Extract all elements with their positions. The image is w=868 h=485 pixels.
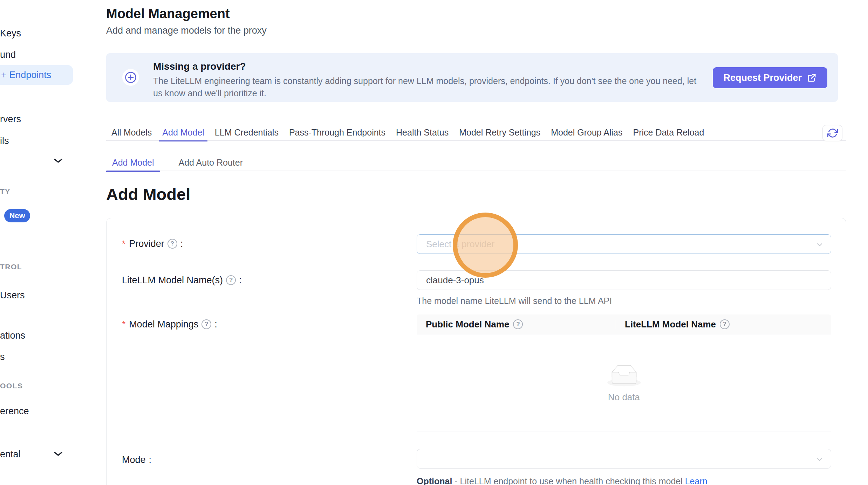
sidebar-item-label: + Endpoints bbox=[1, 70, 51, 81]
model-name-label-row: LiteLLM Model Name(s) ? : bbox=[122, 274, 242, 286]
sidebar-item-s[interactable]: s bbox=[0, 351, 5, 363]
sidebar-item-ations[interactable]: ations bbox=[0, 329, 25, 342]
model-name-input[interactable]: claude-3-opus bbox=[417, 270, 831, 290]
page-subtitle: Add and manage models for the proxy bbox=[106, 25, 267, 36]
label-colon: : bbox=[149, 455, 152, 465]
add-model-subtabs: Add Model Add Auto Router bbox=[106, 157, 249, 171]
missing-provider-banner: Missing a provider? The LiteLLM engineer… bbox=[106, 53, 838, 102]
provider-select[interactable]: Select a provider bbox=[417, 234, 831, 254]
help-icon[interactable]: ? bbox=[168, 239, 177, 249]
sidebar-section-ty: TY bbox=[0, 187, 11, 196]
provider-label: Provider bbox=[129, 238, 164, 249]
chevron-down-icon[interactable] bbox=[53, 158, 63, 164]
subtab-add-auto-router[interactable]: Add Auto Router bbox=[173, 157, 249, 171]
help-icon[interactable]: ? bbox=[201, 319, 211, 329]
banner-title: Missing a provider? bbox=[153, 61, 246, 72]
subtabs-divider bbox=[106, 171, 846, 171]
chevron-down-icon bbox=[815, 455, 824, 464]
no-data-text: No data bbox=[608, 392, 640, 403]
mode-helper-text: - LiteLLM endpoint to use when health ch… bbox=[452, 476, 685, 485]
request-provider-button[interactable]: Request Provider bbox=[713, 67, 827, 88]
required-marker: * bbox=[122, 319, 125, 330]
table-empty-state: No data bbox=[417, 334, 831, 431]
chevron-down-icon bbox=[815, 241, 824, 249]
request-provider-label: Request Provider bbox=[723, 72, 802, 83]
model-mappings-label-row: * Model Mappings ? : bbox=[122, 318, 217, 331]
tab-model-retry-settings[interactable]: Model Retry Settings bbox=[454, 125, 546, 141]
sidebar-item-erence[interactable]: erence bbox=[0, 405, 29, 417]
model-mappings-table: Public Model Name ? LiteLLM Model Name ?… bbox=[417, 314, 831, 431]
mode-helper: Optional - LiteLLM endpoint to use when … bbox=[417, 476, 708, 485]
external-link-icon bbox=[807, 73, 817, 83]
help-icon[interactable]: ? bbox=[513, 319, 523, 329]
new-badge: New bbox=[4, 209, 30, 222]
sidebar-item-users[interactable]: Users bbox=[0, 289, 25, 302]
learn-link[interactable]: Learn bbox=[685, 476, 708, 485]
help-icon[interactable]: ? bbox=[226, 275, 236, 285]
tab-health-status[interactable]: Health Status bbox=[391, 125, 454, 141]
mode-helper-bold: Optional bbox=[417, 476, 452, 485]
sidebar-item-ils[interactable]: ils bbox=[0, 134, 9, 147]
provider-label-row: * Provider ? : bbox=[122, 237, 183, 250]
model-name-label: LiteLLM Model Name(s) bbox=[122, 275, 223, 286]
sidebar-item-ental[interactable]: ental bbox=[0, 448, 21, 460]
column-public-model-name: Public Model Name ? bbox=[417, 319, 616, 330]
refresh-icon bbox=[827, 128, 838, 138]
sidebar-section-ools: OOLS bbox=[0, 382, 23, 390]
sidebar-item-playground[interactable]: und bbox=[0, 48, 16, 61]
page-title: Model Management bbox=[106, 6, 230, 21]
sidebar: Keys und + Endpoints rvers ils TY New TR… bbox=[0, 0, 105, 485]
mode-label-row: Mode : bbox=[122, 453, 151, 466]
label-colon: : bbox=[214, 319, 217, 330]
sidebar-item-models-endpoints[interactable]: + Endpoints bbox=[0, 65, 73, 85]
banner-body: The LiteLLM engineering team is constant… bbox=[153, 75, 707, 99]
mode-label: Mode bbox=[122, 455, 146, 465]
sidebar-section-trol: TROL bbox=[0, 263, 22, 271]
tab-pass-through-endpoints[interactable]: Pass-Through Endpoints bbox=[284, 125, 391, 141]
label-colon: : bbox=[180, 238, 183, 249]
model-name-value: claude-3-opus bbox=[426, 275, 484, 286]
help-icon[interactable]: ? bbox=[720, 319, 730, 329]
column-label: LiteLLM Model Name bbox=[625, 319, 716, 330]
sidebar-item-servers[interactable]: rvers bbox=[0, 113, 21, 125]
tab-model-group-alias[interactable]: Model Group Alias bbox=[546, 125, 628, 141]
model-tabs: All Models Add Model LLM Credentials Pas… bbox=[106, 125, 709, 141]
model-mappings-label: Model Mappings bbox=[129, 319, 198, 330]
sidebar-item-keys[interactable]: Keys bbox=[0, 27, 21, 40]
tab-llm-credentials[interactable]: LLM Credentials bbox=[210, 125, 284, 141]
required-marker: * bbox=[122, 238, 125, 249]
tab-all-models[interactable]: All Models bbox=[106, 125, 157, 141]
plus-circle-icon bbox=[122, 69, 139, 86]
model-name-helper: The model name LiteLLM will send to the … bbox=[417, 296, 612, 306]
section-title: Add Model bbox=[106, 185, 190, 204]
column-label: Public Model Name bbox=[426, 319, 509, 330]
label-colon: : bbox=[239, 275, 242, 286]
subtab-add-model[interactable]: Add Model bbox=[106, 157, 160, 171]
tab-add-model[interactable]: Add Model bbox=[157, 125, 210, 141]
empty-box-icon bbox=[607, 365, 641, 387]
provider-placeholder: Select a provider bbox=[426, 239, 494, 250]
refresh-button[interactable] bbox=[822, 125, 842, 141]
column-litellm-model-name: LiteLLM Model Name ? bbox=[616, 319, 831, 330]
chevron-down-icon[interactable] bbox=[53, 451, 63, 457]
table-header: Public Model Name ? LiteLLM Model Name ? bbox=[417, 314, 831, 334]
tab-price-data-reload[interactable]: Price Data Reload bbox=[628, 125, 709, 141]
mode-select[interactable] bbox=[417, 449, 831, 469]
